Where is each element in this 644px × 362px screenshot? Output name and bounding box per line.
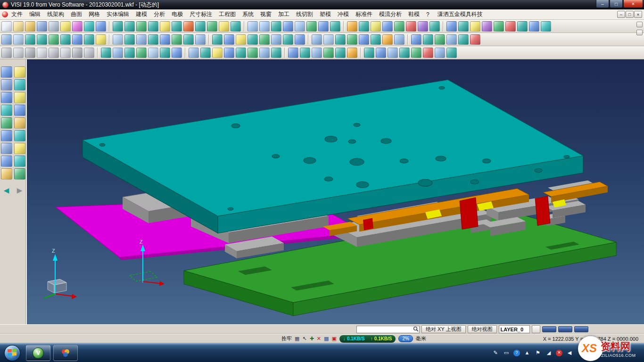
toolbar-icon[interactable] (259, 48, 270, 58)
toolbar-icon[interactable] (1, 48, 12, 58)
toolbar-icon[interactable] (25, 21, 35, 32)
toolbar-icon[interactable] (347, 48, 357, 58)
toolbar-icon[interactable] (347, 34, 357, 45)
menu-item-19[interactable]: 模流分析 (376, 9, 405, 19)
toolbar-icon[interactable] (318, 21, 329, 32)
toolbar-icon[interactable] (300, 48, 310, 58)
toolbar-icon[interactable] (1, 21, 12, 32)
toolbar-icon[interactable] (335, 48, 346, 58)
toolbar-icon[interactable] (323, 34, 334, 45)
toolbar-icon[interactable] (248, 21, 258, 32)
grid-icon[interactable]: ▩ (324, 336, 329, 341)
toolbar-icon[interactable] (49, 34, 59, 45)
toolbar-icon[interactable] (136, 21, 147, 32)
toolbar-icon[interactable] (1, 66, 12, 78)
toolbar-icon[interactable] (259, 21, 270, 32)
close-button[interactable]: × (623, 0, 643, 8)
tray-network-icon[interactable]: ◢ (545, 349, 553, 357)
toolbar-icon[interactable] (411, 48, 421, 58)
menu-item-8[interactable]: 分析 (150, 9, 168, 19)
toolbar-icon[interactable] (388, 48, 398, 58)
toolbar-icon[interactable] (482, 21, 492, 32)
menu-item-1[interactable]: 文件 (8, 9, 26, 19)
statusbar-pane-3[interactable] (574, 326, 588, 332)
toolbar-overflow-button-1[interactable] (636, 22, 643, 27)
toolbar-icon[interactable] (505, 21, 516, 32)
menu-item-16[interactable]: 塑模 (316, 9, 334, 19)
toolbar-icon[interactable] (236, 34, 246, 45)
tray-monitor-icon[interactable]: ▭ (503, 349, 510, 357)
toolbar-icon[interactable] (371, 21, 381, 32)
toolbar-icon[interactable] (271, 34, 281, 45)
toolbar-icon[interactable] (1, 34, 12, 45)
menu-item-2[interactable]: 编辑 (26, 9, 44, 19)
toolbar-icon[interactable] (371, 34, 381, 45)
taskbar-design-button[interactable] (53, 345, 78, 361)
grid-snap-icon[interactable]: ▦ (295, 336, 299, 341)
toolbar-overflow-button-2[interactable] (636, 30, 643, 35)
toolbar-icon[interactable] (382, 34, 393, 45)
toolbar-icon[interactable] (14, 66, 25, 78)
toolbar-icon[interactable] (124, 34, 135, 45)
toolbar-icon[interactable] (429, 21, 440, 32)
toolbar-icon[interactable] (399, 48, 410, 58)
mdi-restore-button[interactable]: □ (626, 11, 634, 18)
menu-item-12[interactable]: 系统 (239, 9, 257, 19)
toolbar-icon[interactable] (435, 48, 445, 58)
toolbar-icon[interactable] (13, 21, 24, 32)
toolbar-icon[interactable] (160, 34, 170, 45)
toolbar-icon[interactable] (394, 34, 405, 45)
mdi-close-button[interactable]: × (634, 11, 642, 18)
toolbar-icon[interactable] (14, 168, 25, 180)
toolbar-icon[interactable] (189, 48, 199, 58)
toolbar-icon[interactable] (312, 48, 322, 58)
viewport-3d[interactable]: Z Z (27, 59, 644, 324)
menu-item-20[interactable]: 鞋模 (405, 9, 423, 19)
cross-snap-icon[interactable]: ✚ (310, 336, 314, 341)
toolbar-icon[interactable] (517, 21, 528, 32)
menu-item-18[interactable]: 标准件 (352, 9, 376, 19)
toolbar-icon[interactable] (231, 21, 241, 32)
toolbar-icon[interactable] (37, 21, 47, 32)
toolbar-icon[interactable] (84, 34, 94, 45)
menu-item-9[interactable]: 电极 (168, 9, 186, 19)
toolbar-icon[interactable] (236, 48, 246, 58)
toolbar-icon[interactable] (37, 48, 47, 58)
toolbar-icon[interactable] (470, 34, 480, 45)
toolbar-icon[interactable] (1, 117, 12, 129)
toolbar-icon[interactable] (172, 34, 182, 45)
toolbar-icon[interactable] (470, 21, 480, 32)
abs-view-button[interactable]: 绝对视图 (468, 325, 497, 333)
toolbar-icon[interactable] (295, 34, 305, 45)
toolbar-icon[interactable] (330, 21, 340, 32)
toolbar-icon[interactable] (72, 21, 83, 32)
toolbar-icon[interactable] (13, 34, 24, 45)
tray-volume-icon[interactable]: ◀ (566, 349, 573, 357)
layer-options-button[interactable] (532, 325, 540, 333)
toolbar-icon[interactable] (49, 48, 59, 58)
toolbar-icon[interactable] (113, 21, 123, 32)
tray-help-icon[interactable]: ? (513, 350, 520, 356)
toolbar-icon[interactable] (248, 48, 258, 58)
toolbar-icon[interactable] (376, 48, 386, 58)
history-forward-arrow[interactable]: ▶ (14, 185, 25, 196)
toolbar-icon[interactable] (1, 92, 12, 103)
toolbar-icon[interactable] (271, 48, 281, 58)
menu-item-11[interactable]: 工程图 (215, 9, 239, 19)
toolbar-icon[interactable] (382, 21, 393, 32)
minimize-button[interactable]: – (596, 0, 609, 8)
statusbar-pane-2[interactable] (558, 326, 572, 332)
search-input[interactable] (357, 327, 413, 332)
toolbar-icon[interactable] (72, 48, 83, 58)
menu-item-13[interactable]: 视窗 (257, 9, 275, 19)
toolbar-icon[interactable] (212, 48, 223, 58)
toolbar-icon[interactable] (25, 34, 35, 45)
toolbar-icon[interactable] (136, 34, 147, 45)
view-xy-button[interactable]: 绝对 XY 上视图 (421, 325, 466, 333)
toolbar-icon[interactable] (172, 48, 182, 58)
toolbar-icon[interactable] (359, 34, 369, 45)
toolbar-icon[interactable] (113, 48, 123, 58)
menu-item-5[interactable]: 网格 (85, 9, 103, 19)
cursor-icon[interactable]: ↖ (302, 336, 306, 341)
toolbar-icon[interactable] (14, 79, 25, 90)
